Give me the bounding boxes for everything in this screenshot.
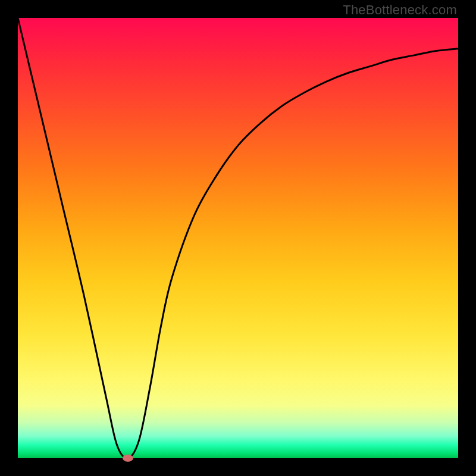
curve-min-marker: [123, 455, 133, 462]
chart-frame: TheBottleneck.com: [0, 0, 476, 476]
bottleneck-curve: [18, 18, 458, 458]
chart-overlay: [18, 18, 458, 458]
brand-watermark: TheBottleneck.com: [343, 2, 457, 18]
plot-area: [18, 18, 458, 458]
